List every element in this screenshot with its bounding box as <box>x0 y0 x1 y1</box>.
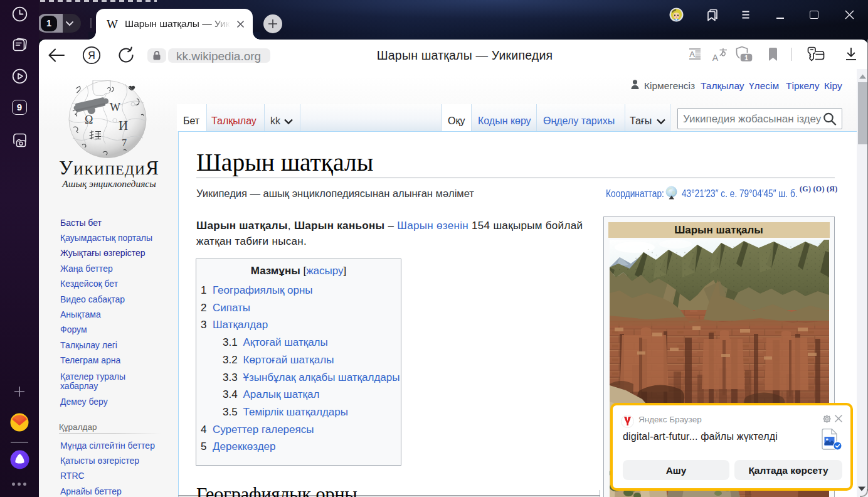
svg-text:W: W <box>110 101 120 114</box>
svg-text:1: 1 <box>744 54 748 61</box>
svg-text:Ω: Ω <box>85 114 93 126</box>
svg-text:A: A <box>712 53 719 62</box>
svg-text:И: И <box>119 118 128 133</box>
svg-text:7: 7 <box>122 137 127 148</box>
svg-text:A: A <box>689 50 695 59</box>
svg-text:Я: Я <box>88 50 95 61</box>
